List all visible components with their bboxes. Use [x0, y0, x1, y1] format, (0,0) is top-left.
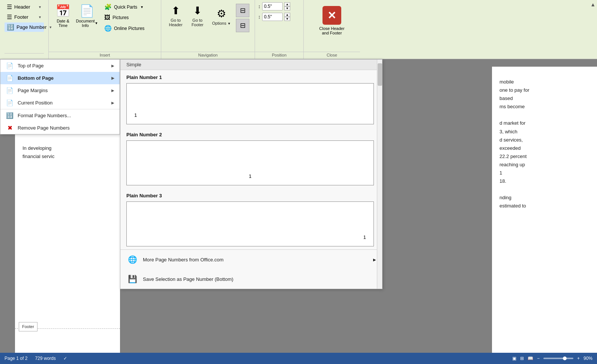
view-mode-3[interactable]: 📖: [528, 356, 533, 361]
insert-section: 📅 Date &Time 📄 DocumentInfo ▼ 🧩 Quick Pa…: [49, 0, 161, 59]
word-count: 729 words: [35, 356, 56, 361]
go-to-footer-icon: ⬇: [191, 4, 204, 17]
close-header-footer-button[interactable]: ✕ Close Headerand Footer: [312, 2, 352, 39]
navigation-content: ⬆ Go toHeader ⬇ Go toFooter ⚙ Options ▼ …: [161, 0, 255, 52]
header-label: Header: [14, 4, 30, 10]
format-page-numbers-label: Format Page Numbers...: [18, 113, 71, 118]
pictures-label: Pictures: [112, 15, 129, 20]
plain-number-2-preview: 1: [126, 140, 374, 185]
options-label: Options ▼: [212, 21, 231, 25]
close-x-icon: ✕: [322, 6, 341, 25]
bottom-position-row: ↕ ▲ ▼: [258, 13, 290, 21]
insert-label: Insert: [49, 52, 161, 59]
menu-format-page-numbers[interactable]: 🔢 Format Page Numbers...: [0, 109, 120, 122]
zoom-in-button[interactable]: +: [577, 356, 580, 361]
plain-number-3-preview: 1: [126, 201, 374, 246]
menu-current-position[interactable]: 📄 Current Position ▶: [0, 97, 120, 109]
bottom-margin-input[interactable]: [262, 13, 283, 21]
plain-number-3-digit: 1: [363, 234, 366, 240]
page-number-button[interactable]: 🔢 Page Number ▼: [4, 22, 44, 32]
current-position-icon: 📄: [6, 99, 14, 106]
save-selection-label: Save Selection as Page Number (Bottom): [143, 276, 233, 282]
align-icons: ⊟ ⊟: [236, 4, 249, 32]
doc-right-text: mobile one to pay for based ms become d …: [500, 78, 590, 210]
zoom-out-button[interactable]: −: [537, 356, 540, 361]
quick-parts-icon: 🧩: [104, 3, 112, 10]
close-section: ✕ Close Headerand Footer Close: [304, 0, 360, 59]
bottom-spin-up[interactable]: ▲: [284, 13, 290, 17]
navigation-label: Navigation: [161, 52, 255, 59]
submenu-scrollbar[interactable]: [377, 60, 382, 289]
close-label-bottom: Close: [304, 52, 360, 59]
go-to-header-label: Go toHeader: [169, 18, 183, 27]
view-mode-2[interactable]: ⊞: [520, 356, 524, 361]
position-section: ↕ ▲ ▼ ↕ ▲ ▼ Position: [255, 0, 304, 59]
insert-content: 📅 Date &Time 📄 DocumentInfo ▼ 🧩 Quick Pa…: [49, 0, 161, 52]
page-number-dropdown: 📄 Top of Page ▶ 📄 Bottom of Page ▶ 📄 Pag…: [0, 59, 120, 134]
close-label: Close Headerand Footer: [319, 26, 344, 35]
collapse-ribbon[interactable]: ▲: [589, 0, 597, 59]
header-button[interactable]: ☰ Header ▼: [4, 2, 44, 12]
page-margins-label: Page Margins: [18, 88, 48, 93]
plain-number-2-title: Plain Number 2: [126, 132, 376, 137]
menu-top-of-page[interactable]: 📄 Top of Page ▶: [0, 60, 120, 72]
top-spin-up[interactable]: ▲: [284, 2, 290, 6]
options-button[interactable]: ⚙ Options ▼: [210, 5, 233, 27]
menu-page-margins[interactable]: 📄 Page Margins ▶: [0, 84, 120, 97]
date-time-button[interactable]: 📅 Date &Time: [52, 2, 74, 29]
footer-label: Footer: [14, 14, 28, 20]
more-page-numbers-arrow: ▶: [373, 258, 376, 262]
bottom-of-page-icon: 📄: [6, 75, 14, 82]
menu-bottom-of-page[interactable]: 📄 Bottom of Page ▶: [0, 72, 120, 84]
bottom-margin-icon: ↕: [258, 14, 261, 20]
plain-number-2-item[interactable]: Plain Number 2 1: [120, 127, 382, 188]
header-arrow: ▼: [38, 5, 42, 9]
plain-number-3-item[interactable]: Plain Number 3 1: [120, 188, 382, 249]
zoom-level: 90%: [584, 356, 592, 361]
pictures-button[interactable]: 🖼 Pictures: [102, 13, 147, 22]
go-to-footer-button[interactable]: ⬇ Go toFooter: [188, 2, 207, 28]
online-pictures-button[interactable]: 🌐 Online Pictures: [102, 24, 147, 33]
go-to-header-icon: ⬆: [169, 4, 183, 17]
page-number-label: Page Number: [16, 24, 46, 30]
page-info: Page 1 of 2: [4, 356, 27, 361]
date-time-label: Date &Time: [57, 19, 69, 28]
top-margin-input[interactable]: [262, 2, 283, 10]
ribbon: ☰ Header ▼ ☰ Footer ▼ 🔢 Page Number ▼ 📅 …: [0, 0, 597, 59]
page-margins-icon: 📄: [6, 87, 14, 94]
format-icon: 🔢: [6, 112, 14, 119]
current-position-arrow: ▶: [111, 101, 114, 105]
zoom-slider[interactable]: [543, 358, 573, 359]
document-info-label: DocumentInfo ▼: [76, 19, 98, 28]
save-selection-icon: 💾: [126, 273, 138, 285]
date-doc-row: 📅 Date &Time 📄 DocumentInfo ▼: [52, 2, 98, 29]
document-info-icon: 📄: [80, 4, 94, 18]
plain-number-1-preview: 1: [126, 83, 374, 124]
more-page-numbers-button[interactable]: 🌐 More Page Numbers from Office.com ▶: [120, 250, 382, 269]
plain-number-2-digit: 1: [249, 173, 251, 179]
top-spin-down[interactable]: ▼: [284, 6, 290, 10]
bottom-of-page-label: Bottom of Page: [18, 75, 54, 81]
online-pictures-icon: 🌐: [104, 25, 112, 32]
plain-number-1-item[interactable]: Plain Number 1 1: [120, 70, 382, 127]
more-page-numbers-label: More Page Numbers from Office.com: [143, 257, 224, 263]
date-time-area: 📅 Date &Time 📄 DocumentInfo ▼: [52, 2, 98, 29]
top-of-page-icon: 📄: [6, 62, 14, 69]
header-icon: ☰: [7, 3, 12, 10]
bottom-spin-down[interactable]: ▼: [284, 17, 290, 21]
quick-parts-button[interactable]: 🧩 Quick Parts ▼: [102, 2, 147, 12]
view-mode-1[interactable]: ▣: [512, 356, 516, 361]
online-pictures-label: Online Pictures: [114, 26, 144, 31]
quick-parts-arrow: ▼: [140, 5, 144, 9]
save-selection-button[interactable]: 💾 Save Selection as Page Number (Bottom): [120, 269, 382, 289]
footer-button[interactable]: ☰ Footer ▼: [4, 12, 44, 22]
close-content: ✕ Close Headerand Footer: [304, 0, 360, 52]
document-info-button[interactable]: 📄 DocumentInfo ▼: [76, 2, 98, 29]
menu-remove-page-numbers[interactable]: ✖ Remove Page Numbers: [0, 122, 120, 134]
doc-right-panel: mobile one to pay for based ms become d …: [492, 67, 597, 353]
doc-footer-area: Footer: [15, 328, 120, 336]
hf-group-label: [4, 53, 44, 57]
position-label: Position: [255, 52, 303, 59]
go-to-header-button[interactable]: ⬆ Go toHeader: [166, 2, 185, 28]
insert-extras: 🧩 Quick Parts ▼ 🖼 Pictures 🌐 Online Pict…: [102, 2, 147, 33]
